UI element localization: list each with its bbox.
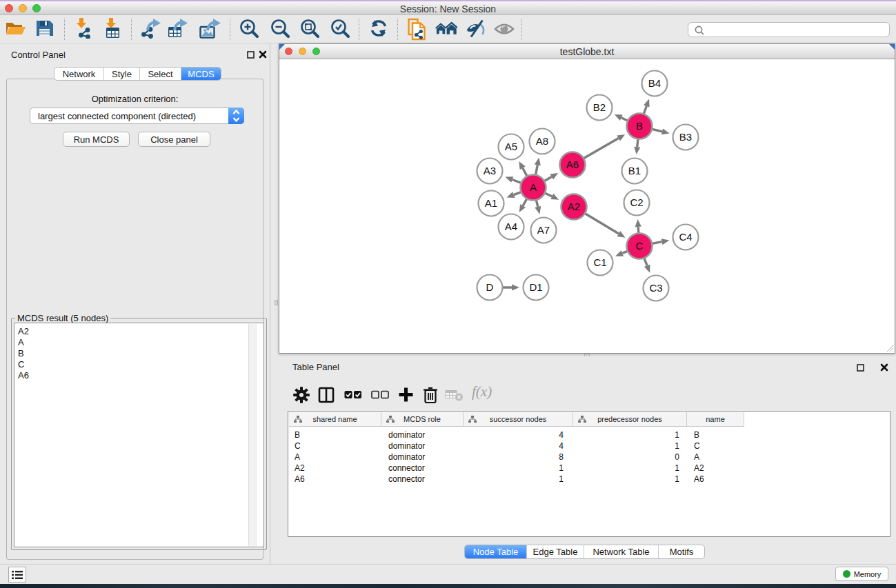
svg-text:D: D [486,281,494,293]
svg-text:A8: A8 [536,135,548,147]
svg-text:B3: B3 [679,131,692,143]
svg-text:A4: A4 [505,221,517,232]
svg-text:A2: A2 [568,201,580,212]
svg-text:C1: C1 [593,256,606,268]
svg-text:A3: A3 [484,165,496,176]
svg-text:A6: A6 [566,159,579,170]
svg-text:C2: C2 [630,196,643,208]
svg-text:B4: B4 [648,77,661,89]
svg-text:B1: B1 [628,165,641,176]
svg-text:B2: B2 [593,101,606,113]
svg-text:A1: A1 [485,197,497,209]
svg-text:A: A [530,181,537,193]
svg-text:D1: D1 [529,281,542,293]
svg-text:C3: C3 [649,282,662,294]
svg-text:A5: A5 [505,141,517,152]
svg-text:A7: A7 [537,224,550,236]
svg-text:C4: C4 [679,231,692,243]
svg-text:B: B [636,120,643,132]
svg-text:C: C [636,240,644,252]
